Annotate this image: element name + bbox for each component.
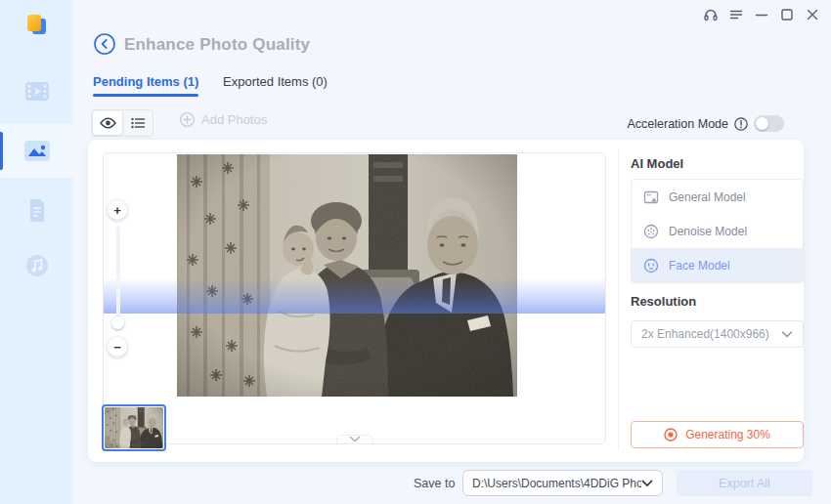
sidebar-item-document[interactable] [0, 189, 73, 231]
acceleration-mode-control: Acceleration Mode [627, 115, 784, 132]
stop-record-icon [664, 428, 678, 441]
resolution-dropdown[interactable]: 2x Enhanced(1400x966) [631, 320, 804, 348]
back-icon [94, 33, 115, 55]
model-option-general[interactable]: General Model [632, 180, 803, 214]
view-mode-switcher [91, 109, 153, 137]
settings-panel: AI Model General Model [631, 140, 804, 462]
maximize-icon [779, 7, 795, 22]
generating-button[interactable]: Generating 30% [631, 421, 804, 448]
face-model-icon [643, 258, 659, 273]
generating-label: Generating 30% [685, 428, 770, 441]
chevron-down-icon [781, 331, 793, 338]
zoom-slider-track[interactable] [116, 226, 120, 331]
general-model-icon [643, 189, 659, 205]
close-icon [805, 7, 820, 22]
sidebar-item-video[interactable] [0, 69, 73, 112]
collapse-handle[interactable] [336, 435, 373, 444]
chevron-down-icon [349, 436, 361, 442]
tab-exported-items[interactable]: Exported Items (0) [223, 74, 328, 89]
panel-divider [618, 149, 619, 450]
minimize-button[interactable] [753, 6, 769, 22]
plus-circle-icon [180, 112, 195, 127]
window-controls [702, 6, 820, 22]
app-window: Enhance Photo Quality Pending Items (1) … [0, 0, 831, 504]
acceleration-mode-toggle[interactable] [754, 115, 784, 132]
active-tab-underline [93, 94, 198, 97]
list-view-icon [131, 117, 146, 129]
resolution-value: 2x Enhanced(1400x966) [641, 327, 769, 341]
document-icon [27, 198, 47, 222]
export-all-button[interactable]: Export All [677, 470, 812, 496]
model-label: Denoise Model [669, 225, 747, 238]
main-panel: + − AI Model [88, 140, 804, 462]
save-path-value: D:\Users\Documents\4DDiG Phot... [472, 477, 641, 490]
ai-model-heading: AI Model [631, 156, 683, 171]
preview-view-button[interactable] [93, 111, 122, 135]
denoise-model-icon [643, 224, 659, 239]
zoom-control: + − [108, 200, 129, 357]
maximize-button[interactable] [778, 6, 795, 22]
page-title: Enhance Photo Quality [124, 35, 310, 55]
music-icon [25, 254, 49, 277]
save-path-dropdown[interactable]: D:\Users\Documents\4DDiG Phot... [462, 470, 663, 496]
video-icon [24, 81, 50, 102]
menu-icon [728, 7, 744, 22]
photo-image [177, 154, 517, 397]
sidebar-item-photo[interactable] [0, 124, 73, 178]
model-option-face[interactable]: Face Model [632, 248, 803, 282]
model-label: General Model [669, 190, 746, 204]
headset-icon [703, 7, 719, 22]
zoom-slider-thumb[interactable] [111, 316, 124, 329]
sidebar [0, 0, 73, 504]
minimize-icon [754, 7, 769, 22]
menu-button[interactable] [727, 6, 744, 22]
image-icon [23, 140, 51, 162]
resolution-heading: Resolution [631, 294, 696, 309]
photo-thumbnail[interactable] [102, 404, 166, 451]
chevron-down-icon [641, 480, 653, 487]
back-button[interactable] [94, 33, 115, 55]
ai-model-list: General Model Denoise Model [631, 179, 804, 283]
model-label: Face Model [669, 259, 730, 273]
close-button[interactable] [804, 6, 820, 22]
add-photos-label: Add Photos [201, 112, 267, 127]
model-option-denoise[interactable]: Denoise Model [632, 214, 803, 248]
zoom-in-button[interactable]: + [108, 200, 127, 220]
toggle-knob [756, 117, 768, 130]
sidebar-item-music[interactable] [0, 244, 73, 287]
photo-preview-area: + − [103, 152, 606, 444]
save-to-label: Save to [414, 477, 455, 490]
acceleration-mode-label: Acceleration Mode [627, 117, 728, 131]
zoom-out-button[interactable]: − [108, 337, 127, 357]
add-photos-button[interactable]: Add Photos [180, 112, 267, 127]
info-icon[interactable] [734, 117, 748, 131]
tab-pending-items[interactable]: Pending Items (1) [93, 74, 198, 89]
thumbnail-image [105, 407, 163, 448]
eye-icon [100, 117, 116, 129]
support-button[interactable] [702, 6, 719, 22]
list-view-button[interactable] [123, 110, 153, 136]
app-logo-icon [26, 14, 48, 35]
